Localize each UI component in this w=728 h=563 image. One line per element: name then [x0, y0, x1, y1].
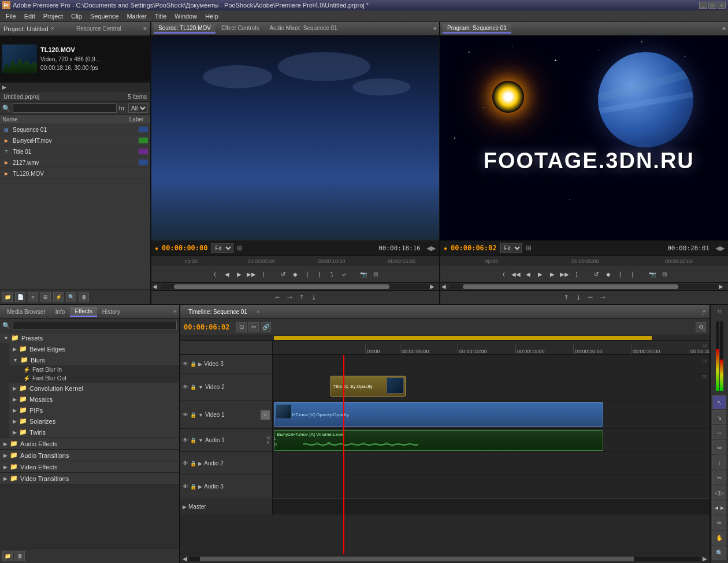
find-button[interactable]: 🔍	[66, 292, 76, 302]
extract-button[interactable]: ⤓	[309, 292, 319, 303]
in-point-button[interactable]: {	[302, 269, 313, 279]
folder-video-effects-header[interactable]: ▶ 📁 Video Effects	[0, 461, 179, 472]
lock-icon[interactable]: 🔒	[190, 484, 196, 490]
track-audio3-content[interactable]	[273, 475, 710, 498]
marker-button[interactable]: ◆	[603, 269, 614, 279]
lock-icon[interactable]: 🔒	[190, 384, 196, 390]
timeline-close[interactable]: ×	[257, 309, 260, 315]
list-item[interactable]: ▶ ВыпускHT.mov	[0, 135, 150, 146]
track-video3-content[interactable]	[273, 355, 710, 373]
eye-icon[interactable]: 👁	[183, 384, 188, 390]
tool-razor[interactable]: ✂	[712, 471, 726, 484]
in-select[interactable]: All	[128, 103, 148, 113]
new-bin-button[interactable]: 📁	[2, 292, 13, 302]
scroll-track[interactable]	[190, 557, 700, 561]
folder-audio-effects-header[interactable]: ▶ 📁 Audio Effects	[0, 438, 179, 449]
step-forward-button[interactable]: ⟩	[258, 269, 269, 279]
program-fit-select[interactable]: Fit	[500, 243, 522, 253]
effects-panel-menu[interactable]: ≡	[173, 309, 177, 315]
extract-button[interactable]: ⤓	[573, 292, 584, 303]
snap-button[interactable]: ⊡	[236, 322, 247, 332]
menu-clip[interactable]: Clip	[68, 12, 86, 21]
next-frame-button[interactable]: ▶▶	[246, 269, 257, 279]
tab-media-browser[interactable]: Media Browser	[2, 308, 50, 316]
close-button[interactable]: ×	[718, 2, 726, 9]
clip-title01[interactable]: Title 01 :ity:Opacity	[330, 376, 406, 397]
prev-edit-button[interactable]: ⤺	[272, 292, 283, 303]
lift-button[interactable]: ⤒	[296, 292, 307, 303]
minimize-button[interactable]: _	[699, 2, 707, 9]
step-forward-button[interactable]: ⟩	[571, 269, 582, 279]
tool-track-select[interactable]: ↘	[712, 410, 726, 424]
play-stop-button[interactable]: ▶	[535, 269, 545, 279]
eye-icon[interactable]: 👁	[183, 361, 188, 367]
trim-left-button[interactable]: ⤺	[585, 292, 596, 303]
timeline-scroll-bottom[interactable]: ◀ ▶	[180, 554, 710, 563]
effects-search-input[interactable]	[13, 321, 177, 330]
folder-presets-header[interactable]: ▼ 📁 Presets	[0, 332, 179, 343]
tool-ripple[interactable]: ↔	[712, 425, 726, 439]
menu-marker[interactable]: Marker	[123, 12, 150, 21]
folder-convolution-header[interactable]: ▶ 📁 Convolution Kernel	[9, 383, 179, 394]
timeline-tab[interactable]: Timeline: Sequence 01	[184, 308, 252, 316]
deinterlace-button[interactable]: ⊟	[659, 269, 670, 279]
folder-bevel-header[interactable]: ▶ 📁 Bevel Edges	[9, 343, 179, 354]
tool-pen[interactable]: ✏	[712, 516, 726, 529]
expand-icon[interactable]: ▶	[198, 484, 202, 490]
program-tab[interactable]: Program: Sequence 01	[443, 24, 511, 34]
track-video2-content[interactable]: Title 01 :ity:Opacity	[273, 373, 710, 401]
delete-button[interactable]: 🗑	[79, 292, 89, 302]
source-fit-select[interactable]: Fit	[211, 243, 233, 253]
new-item-button[interactable]: 📄	[15, 292, 25, 302]
lock-icon[interactable]: 🔒	[190, 361, 196, 367]
clip-vypuskhT-audio[interactable]: ВыпускHT.mov [A] Volume:Level	[274, 430, 603, 451]
next-edit-button[interactable]: ⤻	[284, 292, 295, 303]
list-item[interactable]: T Title 01	[0, 146, 150, 157]
folder-pips-header[interactable]: ▶ 📁 PIPs	[9, 405, 179, 416]
tab-info[interactable]: Info	[51, 308, 70, 316]
track-audio1-content[interactable]: ВыпускHT.mov [A] Volume:Level L	[273, 429, 710, 451]
scroll-thumb[interactable]	[463, 284, 678, 289]
scroll-right-arrow[interactable]: ▶	[719, 283, 727, 290]
scroll-left-arrow[interactable]: ◀	[153, 283, 161, 290]
program-panel-menu[interactable]: ≡	[722, 25, 726, 32]
scroll-thumb[interactable]	[174, 284, 389, 289]
menu-edit[interactable]: Edit	[21, 12, 39, 21]
folder-solarizes-header[interactable]: ▶ 📁 Solarizes	[9, 416, 179, 427]
lock-icon[interactable]: 🔒	[190, 461, 196, 466]
next-frame-button[interactable]: ▶▶	[559, 269, 570, 279]
new-custom-bin-button[interactable]: 📁	[2, 551, 13, 561]
effect-fast-blur-in[interactable]: ⚡ Fast Blur In	[9, 365, 179, 374]
prev-frame-button[interactable]: ◀◀	[511, 269, 521, 279]
scroll-left-arrow[interactable]: ◀	[441, 283, 450, 290]
track-audio2-content[interactable]	[273, 452, 710, 475]
project-panel-menu[interactable]: ≡	[143, 25, 147, 32]
expand-icon[interactable]: ▶	[198, 461, 202, 466]
mute-icon[interactable]: M	[266, 436, 270, 440]
solo-icon[interactable]: S	[266, 440, 270, 445]
tool-selection[interactable]: ↖	[712, 395, 726, 409]
out-point-button[interactable]: }	[314, 269, 325, 279]
tool-rate-stretch[interactable]: ↕	[712, 455, 726, 469]
effect-fast-blur-out[interactable]: ⚡ Fast Blur Out	[9, 374, 179, 383]
loop-button[interactable]: ↺	[278, 269, 288, 279]
lock-icon[interactable]: 🔒	[190, 412, 196, 418]
menu-help[interactable]: Help	[202, 12, 222, 21]
list-item[interactable]: ▶ TL120.MOV	[0, 168, 150, 179]
menu-sequence[interactable]: Sequence	[87, 12, 122, 21]
automate-button[interactable]: ⚡	[53, 292, 64, 302]
menu-title[interactable]: Title	[151, 12, 170, 21]
tool-rolling[interactable]: ⇔	[712, 440, 726, 454]
tool-zoom[interactable]: 🔍	[712, 546, 726, 560]
overwrite-button[interactable]: ⤾	[339, 269, 349, 279]
search-input[interactable]	[13, 103, 117, 113]
out-point-button[interactable]: }	[627, 269, 638, 279]
tool-slip[interactable]: ◁▷	[712, 486, 726, 499]
deinterlace-button[interactable]: ⊟	[370, 269, 381, 279]
step-back-button[interactable]: ⟨	[210, 269, 220, 279]
eye-icon[interactable]: 👁	[183, 460, 188, 466]
scroll-thumb[interactable]	[200, 557, 634, 561]
tab-history[interactable]: History	[98, 308, 125, 316]
icon-view-button[interactable]: ⊞	[40, 292, 51, 302]
prev-edit-button[interactable]: ◀	[523, 269, 533, 279]
